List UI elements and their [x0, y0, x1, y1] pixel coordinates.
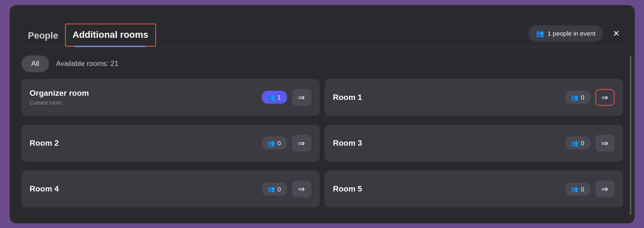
- people-in-event-button[interactable]: 👥 1 people in event: [528, 25, 603, 42]
- room-name-block: Room 5: [333, 184, 566, 194]
- enter-room-button[interactable]: ⇒: [595, 135, 615, 152]
- enter-icon: ⇒: [298, 184, 305, 194]
- close-button[interactable]: ×: [610, 26, 623, 40]
- room-name: Room 5: [333, 184, 566, 194]
- room-count-badge: 👥0: [262, 183, 287, 196]
- group-icon: 👥: [268, 186, 275, 192]
- room-name-block: Room 1: [333, 93, 566, 102]
- room-subtitle: Current room: [30, 100, 262, 106]
- room-count: 0: [581, 94, 584, 101]
- group-icon: 👥: [268, 94, 275, 101]
- enter-icon: ⇒: [298, 138, 305, 148]
- enter-icon: ⇒: [298, 92, 305, 102]
- enter-icon: ⇒: [601, 184, 608, 194]
- header: People Additional rooms 👥 1 people in ev…: [21, 5, 623, 47]
- room-count-badge: 👥0: [262, 136, 287, 149]
- room-name-block: Organizer roomCurrent room: [30, 89, 262, 106]
- room-name: Room 3: [333, 139, 566, 148]
- room-count: 1: [277, 94, 281, 101]
- room-count-badge: 👥0: [565, 183, 590, 196]
- room-name-block: Room 4: [30, 184, 262, 194]
- enter-room-button[interactable]: ⇒: [595, 181, 615, 197]
- enter-icon: ⇒: [601, 92, 608, 102]
- rooms-grid: Organizer roomCurrent room👥1⇒Room 1👥0⇒Ro…: [21, 79, 623, 212]
- room-card: Room 1👥0⇒: [325, 79, 623, 116]
- room-card: Room 5👥0⇒: [325, 170, 623, 207]
- enter-room-button[interactable]: ⇒: [292, 181, 311, 197]
- room-count-badge: 👥0: [565, 136, 590, 149]
- panel: People Additional rooms 👥 1 people in ev…: [10, 5, 635, 223]
- room-count-badge: 👥1: [262, 91, 287, 104]
- enter-icon: ⇒: [601, 138, 608, 148]
- room-count: 0: [581, 186, 584, 193]
- group-icon: 👥: [571, 140, 578, 147]
- room-count-badge: 👥0: [565, 91, 590, 104]
- available-rooms-text: Available rooms: 21: [56, 60, 118, 68]
- room-name: Organizer room: [30, 89, 262, 98]
- room-name: Room 2: [30, 139, 262, 148]
- room-count: 0: [277, 186, 281, 193]
- header-right: 👥 1 people in event ×: [528, 25, 623, 47]
- enter-room-button[interactable]: ⇒: [292, 89, 311, 106]
- group-icon: 👥: [268, 140, 275, 147]
- tab-people[interactable]: People: [21, 25, 65, 46]
- tab-additional-rooms[interactable]: Additional rooms: [65, 24, 156, 46]
- enter-room-button[interactable]: ⇒: [595, 89, 615, 106]
- room-name: Room 4: [30, 184, 262, 194]
- enter-room-button[interactable]: ⇒: [292, 135, 311, 152]
- group-icon: 👥: [571, 186, 578, 192]
- group-icon: 👥: [571, 94, 578, 101]
- room-name: Room 1: [333, 93, 566, 102]
- filter-bar: All Available rooms: 21: [21, 47, 623, 79]
- all-filter-button[interactable]: All: [21, 55, 50, 72]
- people-in-event-label: 1 people in event: [548, 30, 595, 37]
- room-card: Room 4👥0⇒: [21, 170, 320, 207]
- room-card: Room 2👥0⇒: [21, 125, 320, 162]
- room-card: Room 3👥0⇒: [325, 125, 623, 162]
- room-count: 0: [277, 139, 281, 147]
- room-name-block: Room 3: [333, 139, 566, 148]
- room-count: 0: [581, 139, 584, 147]
- people-icon: 👥: [536, 29, 544, 37]
- room-name-block: Room 2: [30, 139, 262, 148]
- room-card: Organizer roomCurrent room👥1⇒: [21, 79, 320, 116]
